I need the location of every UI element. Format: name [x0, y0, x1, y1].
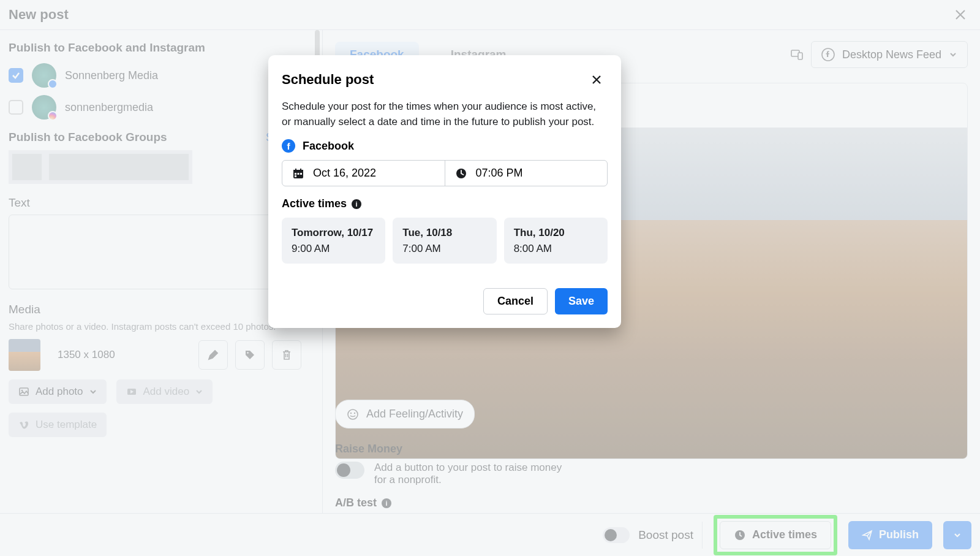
- cancel-button[interactable]: Cancel: [483, 288, 548, 314]
- time-slot-2[interactable]: Thu, 10/20 8:00 AM: [504, 218, 608, 264]
- clock-icon: [455, 167, 467, 180]
- calendar-icon: [292, 167, 304, 180]
- facebook-circle-icon: f: [282, 139, 295, 153]
- time-slot-1[interactable]: Tue, 10/18 7:00 AM: [393, 218, 496, 264]
- info-icon[interactable]: i: [352, 199, 361, 209]
- modal-close-button[interactable]: [586, 69, 608, 91]
- save-button[interactable]: Save: [555, 288, 608, 314]
- modal-description: Schedule your post for the times when yo…: [282, 99, 608, 129]
- modal-title: Schedule post: [282, 72, 374, 88]
- svg-rect-15: [300, 173, 302, 175]
- svg-rect-18: [295, 169, 296, 171]
- platform-row: f Facebook: [282, 139, 608, 153]
- svg-rect-19: [300, 169, 301, 171]
- svg-rect-16: [295, 175, 296, 177]
- svg-rect-13: [295, 173, 296, 175]
- close-icon: [590, 74, 603, 86]
- schedule-date-input[interactable]: Oct 16, 2022: [282, 161, 445, 186]
- schedule-post-modal: Schedule post Schedule your post for the…: [268, 55, 621, 328]
- svg-rect-14: [298, 173, 300, 175]
- schedule-time-input[interactable]: 07:06 PM: [445, 161, 608, 186]
- active-times-label: Active times i: [282, 197, 608, 210]
- svg-rect-17: [293, 170, 303, 172]
- time-slot-0[interactable]: Tomorrow, 10/17 9:00 AM: [282, 218, 385, 264]
